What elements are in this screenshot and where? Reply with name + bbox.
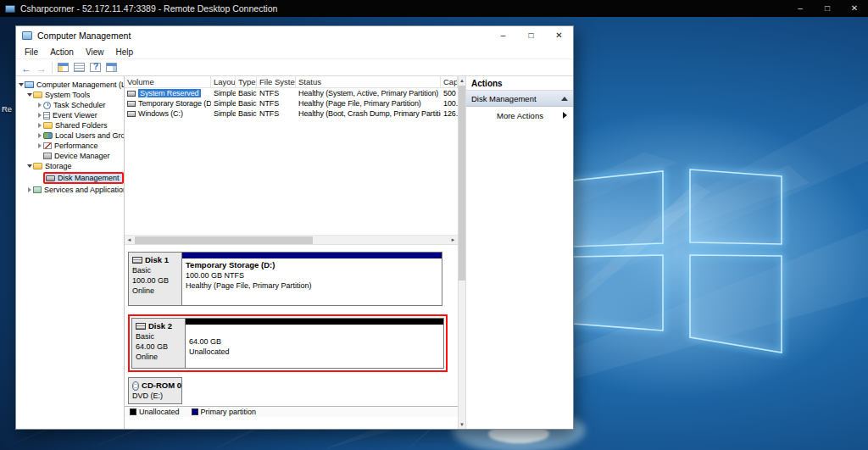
- disk-size: 100.00 GB: [132, 275, 181, 286]
- disk-kind: Basic: [136, 331, 185, 342]
- cell-layout: Simple: [211, 109, 236, 118]
- actions-pane: Actions Disk Management More Actions: [466, 76, 573, 429]
- chevron-collapsed-icon[interactable]: [36, 103, 43, 108]
- column-capacity[interactable]: Capa: [441, 76, 458, 87]
- disk-2-unallocated-region[interactable]: 64.00 GB Unallocated: [186, 318, 444, 369]
- close-button[interactable]: ✕: [545, 26, 573, 45]
- cell-status: Healthy (Page File, Primary Partition): [296, 99, 441, 108]
- disk-state: Online: [132, 286, 181, 296]
- volume-row-windows-c[interactable]: Windows (C:) Simple Basic NTFS Healthy (…: [125, 108, 458, 119]
- services-icon: [33, 186, 42, 193]
- desktop-icon-label[interactable]: Re: [2, 104, 14, 114]
- minimize-button[interactable]: –: [489, 26, 517, 45]
- scroll-right-icon[interactable]: ►: [448, 236, 458, 244]
- partition-detail: 64.00 GB: [189, 336, 440, 347]
- actions-disk-management-section[interactable]: Disk Management: [466, 91, 573, 107]
- menu-action[interactable]: Action: [44, 47, 80, 57]
- performance-chart-icon: [43, 142, 52, 149]
- vertical-scrollbar[interactable]: ▲ ▼: [458, 76, 466, 429]
- tree-item-computer-management[interactable]: Computer Management (Local): [16, 80, 124, 90]
- tree-item-event-viewer[interactable]: Event Viewer: [16, 110, 124, 120]
- rdp-title-bar: Csharpcorner - 52.172.11.47:3389 - Remot…: [0, 0, 868, 17]
- scroll-up-icon[interactable]: ▲: [459, 76, 465, 85]
- show-action-pane-icon[interactable]: [106, 63, 117, 72]
- partition-title: Temporary Storage (D:): [186, 260, 438, 270]
- cell-fs: NTFS: [257, 109, 296, 118]
- tree-item-device-manager[interactable]: Device Manager: [16, 151, 124, 161]
- partition-color-strip: [182, 253, 442, 258]
- column-status[interactable]: Status: [296, 76, 441, 87]
- computer-icon: [25, 81, 34, 88]
- rdp-computer-icon: [5, 5, 15, 13]
- menu-view[interactable]: View: [80, 47, 110, 57]
- storage-folder-icon: [33, 163, 42, 169]
- tree-item-local-users-groups[interactable]: Local Users and Groups: [16, 131, 124, 141]
- tree-item-system-tools[interactable]: System Tools: [16, 90, 124, 100]
- console-tree: Computer Management (Local) System Tools…: [16, 76, 125, 429]
- volume-list-header: Volume Layout Type File System Status Ca…: [125, 76, 458, 88]
- scroll-down-icon[interactable]: ▼: [459, 420, 465, 429]
- volume-row-temporary-storage[interactable]: Temporary Storage (D:) Simple Basic NTFS…: [125, 98, 458, 108]
- cell-capacity: 500: [441, 89, 456, 97]
- rdp-close-button[interactable]: ✕: [841, 0, 868, 17]
- window-title-bar: Computer Management – □ ✕: [16, 26, 573, 45]
- chevron-collapsed-icon[interactable]: [36, 123, 43, 128]
- tree-item-storage[interactable]: Storage: [16, 161, 124, 171]
- folder-icon: [33, 92, 42, 98]
- rdp-minimize-button[interactable]: –: [787, 0, 814, 17]
- menu-file[interactable]: File: [19, 47, 44, 57]
- graphical-view: Disk 1 Basic 100.00 GB Online Temporary …: [125, 245, 458, 406]
- rdp-title: Csharpcorner - 52.172.11.47:3389 - Remot…: [20, 3, 277, 14]
- properties-icon[interactable]: [74, 63, 85, 72]
- tree-item-performance[interactable]: Performance: [16, 141, 124, 151]
- chevron-collapsed-icon[interactable]: [26, 187, 33, 192]
- help-icon[interactable]: [90, 63, 101, 72]
- computer-management-icon: [22, 31, 32, 40]
- legend-primary-partition: Primary partition: [192, 408, 257, 416]
- disk-2-label[interactable]: Disk 2 Basic 64.00 GB Online: [131, 318, 186, 369]
- annotation-box-disk-2: Disk 2 Basic 64.00 GB Online 64.00 GB: [128, 314, 448, 372]
- legend-unallocated: Unallocated: [130, 408, 180, 416]
- cdrom-label[interactable]: CD-ROM 0 DVD (E:): [128, 377, 182, 404]
- chevron-collapsed-icon[interactable]: [36, 113, 43, 118]
- tree-item-disk-management[interactable]: Disk Management: [16, 171, 124, 185]
- volume-icon: [127, 111, 136, 117]
- forward-icon[interactable]: [36, 60, 47, 75]
- column-file-system[interactable]: File System: [257, 76, 296, 87]
- cell-fs: NTFS: [257, 99, 296, 108]
- disk-1-label[interactable]: Disk 1 Basic 100.00 GB Online: [128, 252, 182, 306]
- scroll-left-icon[interactable]: ◄: [125, 236, 134, 244]
- rdp-maximize-button[interactable]: □: [814, 0, 841, 17]
- chevron-expanded-icon[interactable]: [26, 164, 33, 168]
- tree-item-shared-folders[interactable]: Shared Folders: [16, 120, 124, 131]
- disk-2-row: Disk 2 Basic 64.00 GB Online 64.00 GB: [131, 318, 444, 369]
- tree-item-task-scheduler[interactable]: Task Scheduler: [16, 100, 124, 110]
- maximize-button[interactable]: □: [517, 26, 545, 45]
- toolbar: [16, 58, 573, 76]
- column-volume[interactable]: Volume: [125, 76, 211, 87]
- tree-item-services-applications[interactable]: Services and Applications: [16, 185, 124, 195]
- chevron-collapsed-icon[interactable]: [36, 143, 43, 148]
- column-type[interactable]: Type: [236, 76, 257, 87]
- disk-kind: Basic: [132, 265, 181, 275]
- disk-management-pane: Volume Layout Type File System Status Ca…: [125, 76, 458, 429]
- column-layout[interactable]: Layout: [211, 76, 236, 87]
- more-actions[interactable]: More Actions: [466, 107, 573, 124]
- chevron-collapsed-icon[interactable]: [36, 133, 43, 138]
- partition-detail: 100.00 GB NTFS: [186, 270, 438, 281]
- partition-status: Unallocated: [189, 347, 440, 357]
- chevron-expanded-icon[interactable]: [26, 93, 33, 97]
- device-icon: [43, 153, 52, 159]
- volume-row-system-reserved[interactable]: System Reserved Simple Basic NTFS Health…: [125, 88, 458, 98]
- show-console-tree-icon[interactable]: [58, 63, 69, 72]
- back-icon[interactable]: [21, 60, 31, 75]
- scrollbar-thumb[interactable]: [459, 86, 465, 281]
- computer-management-window: Computer Management – □ ✕ File Action Vi…: [15, 25, 574, 430]
- horizontal-scrollbar[interactable]: ◄ ►: [125, 235, 458, 244]
- scrollbar-thumb[interactable]: [135, 236, 313, 244]
- chevron-expanded-icon[interactable]: [18, 83, 25, 86]
- unallocated-color-strip: [186, 319, 443, 325]
- disk-drive-icon: [132, 257, 142, 264]
- menu-help[interactable]: Help: [109, 47, 139, 57]
- disk-1-partition[interactable]: Temporary Storage (D:) 100.00 GB NTFS He…: [182, 252, 442, 306]
